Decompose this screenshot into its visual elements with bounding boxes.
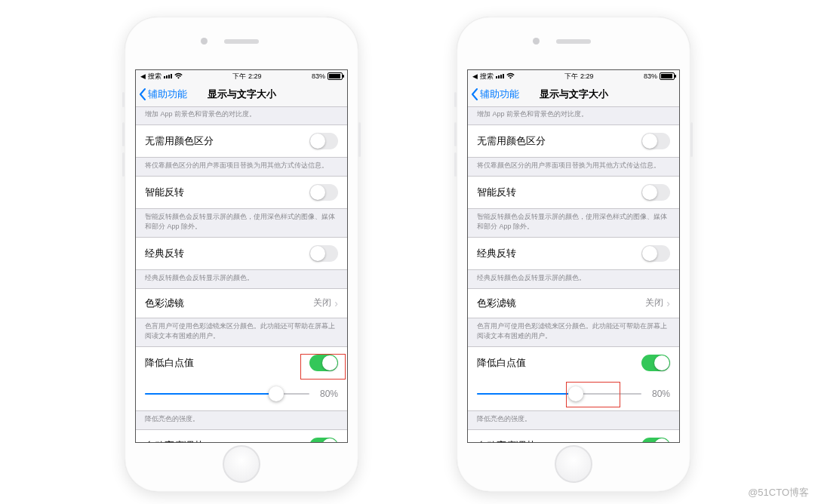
phone-left: ◀ 搜索 下午 2:29 83% 辅助功能 显示与文	[125, 17, 358, 492]
volume-up	[122, 122, 125, 146]
back-to-app-icon: ◀	[472, 72, 478, 80]
footnote-classic-invert: 经典反转颜色会反转显示屏的颜色。	[136, 270, 347, 289]
watermark: @51CTO博客	[748, 486, 809, 499]
toggle-smart-invert[interactable]	[309, 184, 338, 201]
signal-icon	[496, 74, 504, 78]
back-label: 辅助功能	[148, 88, 187, 101]
battery-icon	[328, 72, 343, 80]
row-color-diff[interactable]: 无需用颜色区分	[468, 124, 679, 158]
row-label: 自动亮度调节	[477, 439, 536, 442]
mute-switch	[454, 92, 457, 107]
settings-content[interactable]: 增加 App 前景色和背景色的对比度。 无需用颜色区分 将仅靠颜色区分的用户界面…	[136, 106, 347, 442]
toggle-auto-bright[interactable]	[641, 438, 670, 442]
power-button	[358, 122, 361, 157]
chevron-right-icon: ›	[666, 297, 670, 309]
toggle-classic-invert[interactable]	[309, 245, 338, 262]
row-color-filter[interactable]: 色彩滤镜 关闭 ›	[136, 288, 347, 318]
phone-camera	[201, 38, 208, 45]
status-bar: ◀ 搜索 下午 2:29 83%	[468, 70, 679, 82]
status-time: 下午 2:29	[232, 72, 261, 81]
battery-pct: 83%	[644, 72, 657, 80]
footnote-classic-invert: 经典反转颜色会反转显示屏的颜色。	[468, 270, 679, 289]
row-white-point[interactable]: 降低白点值	[468, 346, 679, 379]
row-label: 智能反转	[145, 186, 184, 199]
white-point-slider-row: 80%	[468, 379, 679, 411]
row-auto-bright[interactable]: 自动亮度调节	[468, 429, 679, 442]
row-color-filter[interactable]: 色彩滤镜 关闭 ›	[468, 288, 679, 318]
footnote-white-point: 降低亮色的强度。	[468, 411, 679, 430]
footnote-color-filter: 色盲用户可使用色彩滤镜来区分颜色。此功能还可帮助在屏幕上阅读文本有困难的用户。	[136, 318, 347, 346]
row-label: 无需用颜色区分	[145, 134, 214, 148]
row-label: 智能反转	[477, 186, 516, 199]
battery-icon	[660, 72, 675, 80]
footnote-color-diff: 将仅靠颜色区分的用户界面项目替换为用其他方式传达信息。	[468, 158, 679, 177]
signal-icon	[164, 74, 172, 78]
row-color-diff[interactable]: 无需用颜色区分	[136, 124, 347, 158]
footnote-smart-invert: 智能反转颜色会反转显示屏的颜色，使用深色样式的图像、媒体和部分 App 除外。	[136, 209, 347, 237]
footnote-color-filter: 色盲用户可使用色彩滤镜来区分颜色。此功能还可帮助在屏幕上阅读文本有困难的用户。	[468, 318, 679, 346]
chevron-right-icon: ›	[334, 297, 338, 309]
slider-value: 80%	[315, 389, 338, 399]
row-label: 无需用颜色区分	[477, 134, 546, 148]
row-label: 降低白点值	[477, 356, 526, 370]
phone-speaker	[224, 39, 259, 44]
toggle-classic-invert[interactable]	[641, 245, 670, 262]
row-label: 自动亮度调节	[145, 439, 204, 442]
phone-camera	[533, 38, 540, 45]
power-button	[690, 122, 693, 157]
row-label: 色彩滤镜	[145, 297, 184, 310]
row-smart-invert[interactable]: 智能反转	[468, 176, 679, 209]
back-button[interactable]: 辅助功能	[468, 88, 519, 101]
back-to-app-label: 搜索	[148, 72, 161, 81]
footnote-smart-invert: 智能反转颜色会反转显示屏的颜色，使用深色样式的图像、媒体和部分 App 除外。	[468, 209, 679, 237]
row-white-point[interactable]: 降低白点值	[136, 346, 347, 379]
volume-down	[122, 152, 125, 177]
chevron-left-icon	[139, 88, 146, 100]
row-label: 降低白点值	[145, 356, 194, 370]
row-smart-invert[interactable]: 智能反转	[136, 176, 347, 209]
row-classic-invert[interactable]: 经典反转	[136, 237, 347, 270]
row-auto-bright[interactable]: 自动亮度调节	[136, 429, 347, 442]
wifi-icon	[506, 72, 515, 81]
footnote-color-diff: 将仅靠颜色区分的用户界面项目替换为用其他方式传达信息。	[136, 158, 347, 177]
row-label: 经典反转	[477, 247, 516, 260]
row-label: 色彩滤镜	[477, 297, 516, 310]
home-button[interactable]	[555, 445, 592, 483]
settings-content[interactable]: 增加 App 前景色和背景色的对比度。 无需用颜色区分 将仅靠颜色区分的用户界面…	[468, 106, 679, 442]
row-value: 关闭	[645, 297, 663, 309]
row-label: 经典反转	[145, 247, 184, 260]
screen-left: ◀ 搜索 下午 2:29 83% 辅助功能 显示与文	[135, 69, 348, 443]
toggle-color-diff[interactable]	[309, 133, 338, 149]
slider-value: 80%	[647, 389, 670, 399]
nav-bar: 辅助功能 显示与文字大小	[468, 82, 679, 107]
volume-down	[454, 152, 457, 177]
footnote-white-point: 降低亮色的强度。	[136, 411, 347, 430]
chevron-left-icon	[471, 88, 478, 100]
row-classic-invert[interactable]: 经典反转	[468, 237, 679, 270]
phone-comparison: ◀ 搜索 下午 2:29 83% 辅助功能 显示与文	[0, 0, 815, 492]
status-bar: ◀ 搜索 下午 2:29 83%	[136, 70, 347, 82]
white-point-slider-row: 80%	[136, 379, 347, 411]
slider-thumb[interactable]	[568, 386, 583, 401]
toggle-white-point[interactable]	[309, 355, 338, 371]
phone-right: ◀ 搜索 下午 2:29 83% 辅助功能 显示与文	[457, 17, 690, 492]
back-to-app-icon: ◀	[140, 72, 146, 80]
footnote-contrast: 增加 App 前景色和背景色的对比度。	[136, 106, 347, 125]
white-point-slider[interactable]	[477, 386, 641, 401]
nav-bar: 辅助功能 显示与文字大小	[136, 82, 347, 107]
phone-speaker	[556, 39, 591, 44]
home-button[interactable]	[223, 445, 260, 483]
toggle-auto-bright[interactable]	[309, 438, 338, 442]
white-point-slider[interactable]	[145, 386, 309, 401]
toggle-color-diff[interactable]	[641, 133, 670, 149]
mute-switch	[122, 92, 125, 107]
toggle-smart-invert[interactable]	[641, 184, 670, 201]
screen-right: ◀ 搜索 下午 2:29 83% 辅助功能 显示与文	[467, 69, 680, 443]
back-button[interactable]: 辅助功能	[136, 88, 187, 101]
slider-thumb[interactable]	[269, 386, 284, 401]
status-time: 下午 2:29	[564, 72, 593, 81]
volume-up	[454, 122, 457, 146]
back-to-app-label: 搜索	[480, 72, 494, 81]
toggle-white-point[interactable]	[641, 355, 670, 371]
footnote-contrast: 增加 App 前景色和背景色的对比度。	[468, 106, 679, 125]
